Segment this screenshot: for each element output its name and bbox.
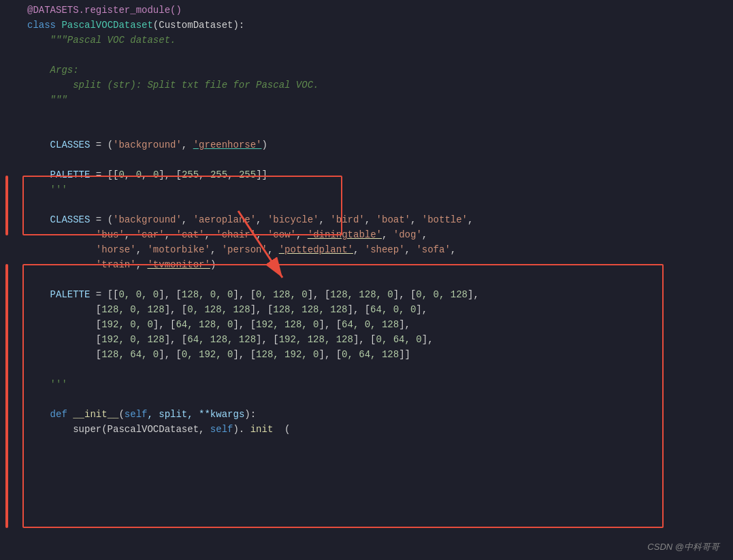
classname: PascalVOCDataset [61, 18, 152, 33]
bracket: ], [ [319, 317, 342, 332]
comma: , [182, 212, 193, 227]
str-pottedplant: 'pottedplant' [279, 242, 353, 257]
docstring: """ [27, 93, 67, 108]
equals: = ( [90, 212, 113, 227]
str: 'cat' [176, 227, 204, 242]
num: 128, 192, 0 [256, 347, 319, 362]
str: 'train' [96, 257, 136, 272]
comma: , [451, 242, 456, 257]
code-line [27, 48, 733, 63]
comma: , [142, 167, 153, 182]
comma: , [136, 257, 148, 272]
code-line-palette-1: PALETTE = [[0, 0, 0], [255, 255, 255]] [27, 167, 733, 182]
num: 0, 192, 0 [182, 347, 233, 362]
code-line-classes-2: CLASSES = ('background', 'aeroplane', 'b… [27, 212, 733, 227]
num: 0, 0, 0 [118, 287, 159, 302]
num: 128, 128, 128 [273, 302, 347, 317]
comma: , [319, 212, 331, 227]
num: 128, 0, 0 [182, 287, 233, 302]
str: 'dog' [393, 227, 422, 242]
var-palette: PALETTE [27, 167, 90, 182]
num: 192, 128, 0 [256, 317, 319, 332]
comma: , [227, 167, 239, 182]
bracket: ], [ [256, 332, 279, 347]
open-paren: ( [273, 422, 290, 437]
watermark-text: CSDN @中科哥哥 [647, 541, 719, 553]
comma: , [353, 242, 365, 257]
comma: , [296, 227, 308, 242]
num: 0 [136, 167, 142, 182]
indent [27, 242, 96, 257]
str: 'sofa' [416, 242, 450, 257]
num: 0, 0, 128 [416, 287, 468, 302]
code-line-super: super(PascalVOCDataset, self). init ( [27, 422, 733, 437]
bracket: ], [ [233, 287, 256, 302]
code-line [27, 392, 733, 407]
comma: , [410, 212, 422, 227]
bracket: ], [ [348, 302, 371, 317]
num: 0, 128, 128 [187, 302, 250, 317]
comma: , [125, 167, 136, 182]
str-diningtable: 'diningtable' [308, 227, 382, 242]
bracket: ], [ [233, 347, 256, 362]
comma: , [125, 227, 136, 242]
code-line: """Pascal VOC dataset. [27, 33, 733, 48]
num: 255 [239, 167, 256, 182]
indent: [ [27, 317, 101, 332]
code-line [27, 152, 733, 167]
code-line-palette-2: PALETTE = [[0, 0, 0], [128, 0, 0], [0, 1… [27, 287, 733, 302]
num: 128, 128, 0 [330, 287, 393, 302]
str: 'horse' [96, 242, 136, 257]
str: 'boat' [376, 212, 410, 227]
num: 64, 128, 128 [187, 332, 256, 347]
num: 192, 128, 128 [279, 332, 353, 347]
comma: , [182, 137, 193, 152]
bracket: ], [ [250, 302, 274, 317]
bracket: ], [ [159, 167, 182, 182]
indent [27, 227, 96, 242]
code-line: 'horse', 'motorbike', 'person', 'pottedp… [27, 242, 733, 257]
code-line-def: def __init__(self, split, **kwargs): [27, 407, 733, 422]
code-line: [128, 64, 0], [0, 192, 0], [128, 192, 0]… [27, 347, 733, 362]
indent [27, 407, 50, 422]
init-func: init [250, 422, 274, 437]
comma: , [382, 227, 393, 242]
keyword-class: class [27, 18, 61, 33]
bracket: ], [399, 317, 410, 332]
code-line [27, 108, 733, 122]
code-line-classes-1: CLASSES = ('background', 'greenhorse') [27, 137, 733, 152]
code-line [27, 197, 733, 212]
self-keyword: self [125, 407, 148, 422]
func-name: __init__ [73, 407, 118, 422]
indent [27, 257, 96, 272]
str: 'aeroplane' [193, 212, 256, 227]
num: 0 [118, 167, 124, 182]
num: 255 [210, 167, 227, 182]
bracket: ]] [399, 347, 410, 362]
bracket: ], [ [308, 287, 331, 302]
num: 0, 128, 0 [256, 287, 308, 302]
num: 0 [153, 167, 159, 182]
comma: , [210, 242, 222, 257]
keyword-def: def [50, 407, 74, 422]
params: , split, **kwargs [147, 407, 244, 422]
code-line: Args: [27, 63, 733, 78]
code-line: [192, 0, 128], [64, 128, 128], [192, 128… [27, 332, 733, 347]
bracket: ], [416, 302, 427, 317]
code-line: @DATASETS.register_module() [27, 3, 733, 18]
equals: = [[ [90, 287, 118, 302]
sidebar-indicator-2 [5, 264, 8, 528]
string-greenhorse: 'greenhorse' [193, 137, 262, 152]
code-line [27, 122, 733, 137]
comma: , [256, 212, 267, 227]
paren: (CustomDataset): [153, 18, 244, 33]
triple-quote: ''' [27, 182, 67, 197]
indent-super: super(PascalVOCDataset, [27, 422, 210, 437]
bracket: ], [ [159, 287, 182, 302]
comma: , [468, 212, 473, 227]
sidebar-indicator-1 [5, 176, 8, 235]
code-line: ''' [27, 182, 733, 197]
bracket: ], [ [393, 287, 417, 302]
code-line: 'train', 'tvmonitor') [27, 257, 733, 272]
num: 192, 0, 0 [101, 317, 153, 332]
